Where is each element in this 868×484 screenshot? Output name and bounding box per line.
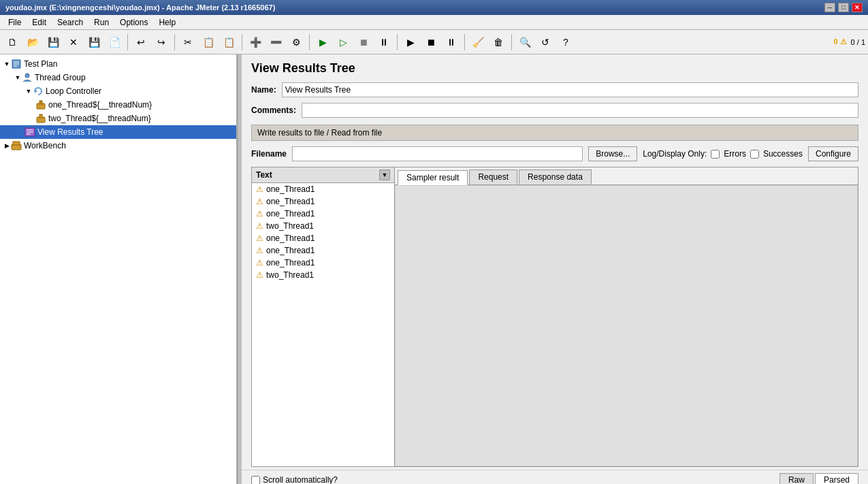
svg-rect-16 — [13, 142, 20, 145]
result-item-6[interactable]: ⚠ one_Thread1 — [252, 257, 394, 269]
thread-group-icon — [22, 72, 33, 83]
scroll-checkbox[interactable] — [251, 476, 260, 485]
view-results-icon — [25, 127, 35, 138]
clear-all-button[interactable]: 🗑 — [489, 33, 508, 52]
toolbar-right: 0 ⚠ 0 / 1 — [833, 37, 865, 46]
errors-checkbox[interactable] — [711, 150, 720, 159]
successes-checkbox[interactable] — [750, 150, 759, 159]
reset-gui-button[interactable]: ↺ — [536, 33, 555, 52]
sampler-icon2 — [35, 113, 46, 124]
redo-button[interactable]: ↪ — [152, 33, 171, 52]
filename-input[interactable] — [292, 146, 583, 161]
save-template-button[interactable]: 💾 — [44, 33, 63, 52]
sep1 — [127, 34, 128, 50]
results-list-header: Text ▼ — [252, 167, 394, 183]
test-plan-icon — [11, 59, 22, 69]
tab-request[interactable]: Request — [469, 170, 517, 184]
menu-run[interactable]: Run — [89, 16, 114, 29]
start-no-pause-button[interactable]: ▷ — [334, 33, 353, 52]
name-label: Name: — [251, 85, 276, 95]
result-label-6: one_Thread1 — [266, 258, 315, 268]
one-thread-label: one_Thread${__threadNum} — [48, 100, 152, 110]
clear-button[interactable]: 🧹 — [468, 33, 487, 52]
sep7 — [511, 34, 512, 50]
help-button[interactable]: ? — [556, 33, 575, 52]
save-button[interactable]: 💾 — [84, 33, 103, 52]
new-button[interactable]: 🗋 — [3, 33, 22, 52]
detail-tabs: Sampler result Request Response data — [395, 167, 858, 185]
start-button[interactable]: ▶ — [313, 33, 332, 52]
svg-rect-10 — [39, 114, 42, 118]
filename-row: Filename Browse... Log/Display Only: Err… — [242, 144, 868, 164]
tab-raw[interactable]: Raw — [779, 473, 814, 484]
log-display-label: Log/Display Only: Errors Successes — [643, 149, 803, 159]
titlebar: youdao.jmx (E:\xingnengceshi\youdao.jmx)… — [0, 0, 868, 15]
remote-start-button[interactable]: ▶ — [401, 33, 420, 52]
copy-button[interactable]: 📋 — [199, 33, 218, 52]
result-item-0[interactable]: ⚠ one_Thread1 — [252, 183, 394, 195]
collapse-button[interactable]: ➖ — [266, 33, 285, 52]
toggle-button[interactable]: ⚙ — [287, 33, 306, 52]
menu-file[interactable]: File — [3, 16, 27, 29]
comments-input[interactable] — [302, 103, 858, 118]
menu-search[interactable]: Search — [52, 16, 89, 29]
shutdown-button[interactable]: ⏸ — [374, 33, 393, 52]
tree-item-thread-group[interactable]: ▼ Thread Group — [0, 71, 236, 84]
result-icon-6: ⚠ — [256, 258, 263, 268]
search-tree-button[interactable]: 🔍 — [515, 33, 534, 52]
write-results-section: Write results to file / Read from file — [251, 125, 858, 141]
close-button[interactable]: ✕ — [852, 3, 863, 12]
undo-button[interactable]: ↩ — [131, 33, 150, 52]
dropdown-arrow[interactable]: ▼ — [379, 170, 390, 180]
result-item-7[interactable]: ⚠ two_Thread1 — [252, 269, 394, 281]
tab-sampler-result[interactable]: Sampler result — [398, 170, 468, 185]
result-item-5[interactable]: ⚠ one_Thread1 — [252, 244, 394, 257]
cut-button[interactable]: ✂ — [178, 33, 197, 52]
minimize-button[interactable]: ─ — [824, 3, 835, 12]
sep3 — [242, 34, 242, 50]
result-label-2: one_Thread1 — [266, 209, 315, 219]
sep2 — [174, 34, 175, 50]
tree-item-test-plan[interactable]: ▼ Test Plan — [0, 57, 236, 71]
stop-button[interactable]: ⏹ — [354, 33, 373, 52]
save-as-button[interactable]: 📄 — [105, 33, 124, 52]
results-area: Text ▼ ⚠ one_Thread1 ⚠ one_Thread1 ⚠ one… — [251, 167, 858, 467]
tree-item-loop-controller[interactable]: ▼ Loop Controller — [0, 84, 236, 98]
tree-item-workbench[interactable]: ▶ WorkBench — [0, 139, 236, 152]
remote-stop-button[interactable]: ⏹ — [421, 33, 440, 52]
workbench-label: WorkBench — [24, 141, 66, 150]
remote-shutdown-button[interactable]: ⏸ — [442, 33, 461, 52]
toolbar: 🗋 📂 💾 ✕ 💾 📄 ↩ ↪ ✂ 📋 📋 ➕ ➖ ⚙ ▶ ▷ ⏹ ⏸ ▶ ⏹ … — [0, 30, 868, 54]
maximize-button[interactable]: □ — [838, 3, 849, 12]
comments-label: Comments: — [251, 106, 296, 115]
sep6 — [464, 34, 465, 50]
name-input[interactable] — [282, 82, 858, 97]
tree-item-one-thread[interactable]: one_Thread${__threadNum} — [0, 98, 236, 112]
tree-item-two-thread[interactable]: two_Thread${__threadNum} — [0, 112, 236, 125]
window-controls[interactable]: ─ □ ✕ — [824, 3, 863, 12]
result-item-3[interactable]: ⚠ two_Thread1 — [252, 220, 394, 232]
result-icon-5: ⚠ — [256, 246, 263, 255]
close-test-button[interactable]: ✕ — [64, 33, 83, 52]
result-item-1[interactable]: ⚠ one_Thread1 — [252, 195, 394, 208]
paste-button[interactable]: 📋 — [219, 33, 238, 52]
warning-count: 0 ⚠ — [833, 37, 846, 46]
menu-edit[interactable]: Edit — [27, 16, 52, 29]
expand-icon: ▼ — [3, 60, 11, 68]
menubar: File Edit Search Run Options Help — [0, 15, 868, 30]
svg-marker-5 — [35, 89, 37, 93]
menu-options[interactable]: Options — [114, 16, 153, 29]
sampler-icon1 — [35, 99, 46, 110]
browse-button[interactable]: Browse... — [588, 146, 637, 161]
configure-button[interactable]: Configure — [808, 146, 858, 161]
result-icon-7: ⚠ — [256, 270, 263, 280]
right-panel: View Results Tree Name: Comments: Write … — [242, 54, 868, 484]
expand-button[interactable]: ➕ — [246, 33, 265, 52]
tab-response-data[interactable]: Response data — [519, 170, 592, 184]
tab-parsed[interactable]: Parsed — [815, 473, 858, 484]
result-item-2[interactable]: ⚠ one_Thread1 — [252, 208, 394, 220]
tree-item-view-results-tree[interactable]: View Results Tree — [0, 125, 236, 139]
open-button[interactable]: 📂 — [23, 33, 42, 52]
menu-help[interactable]: Help — [153, 16, 181, 29]
result-item-4[interactable]: ⚠ one_Thread1 — [252, 232, 394, 244]
